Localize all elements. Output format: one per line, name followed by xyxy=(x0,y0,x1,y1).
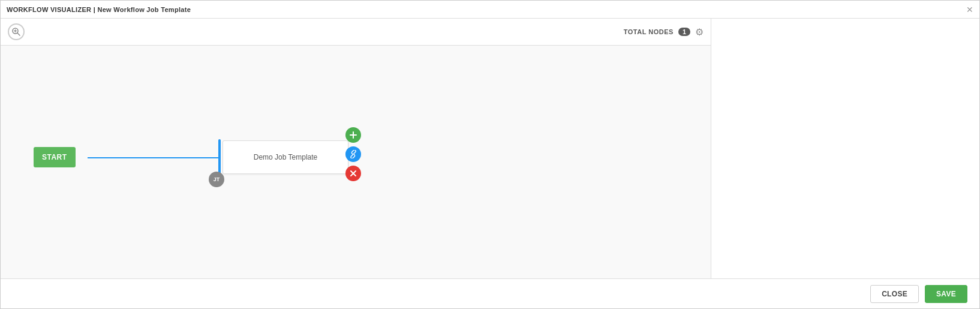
toolbar-right: TOTAL NODES 1 ⚙ xyxy=(624,26,704,38)
remove-node-button[interactable] xyxy=(345,166,361,181)
nodes-count-badge: 1 xyxy=(678,28,690,36)
svg-line-1 xyxy=(17,33,20,35)
job-node-label: Demo Job Template xyxy=(254,153,318,161)
save-button[interactable]: SAVE xyxy=(925,285,967,303)
start-button[interactable]: START xyxy=(34,147,76,167)
workflow-panel: TOTAL NODES 1 ⚙ START JT Demo Job Templa… xyxy=(1,19,711,278)
close-x-icon[interactable]: ✕ xyxy=(966,5,973,14)
close-button[interactable]: CLOSE xyxy=(870,285,919,303)
total-nodes-label: TOTAL NODES xyxy=(624,28,674,35)
workflow-toolbar: TOTAL NODES 1 ⚙ xyxy=(1,19,711,46)
connector-line xyxy=(88,157,220,158)
jt-badge: JT xyxy=(209,172,224,187)
right-panel xyxy=(711,19,979,278)
job-template-node[interactable]: Demo Job Template xyxy=(223,140,348,174)
connector-vertical xyxy=(218,139,221,175)
link-node-button[interactable] xyxy=(345,146,361,162)
modal-body: TOTAL NODES 1 ⚙ START JT Demo Job Templa… xyxy=(1,19,979,278)
workflow-canvas: START JT Demo Job Template xyxy=(1,46,711,278)
title-bar: WORKFLOW VISUALIZER | New Workflow Job T… xyxy=(1,1,979,19)
modal-footer: CLOSE SAVE xyxy=(1,278,979,308)
node-actions xyxy=(345,127,361,181)
zoom-icon[interactable] xyxy=(8,23,25,40)
modal-container: WORKFLOW VISUALIZER | New Workflow Job T… xyxy=(0,0,980,309)
gear-icon[interactable]: ⚙ xyxy=(695,26,704,38)
modal-title: WORKFLOW VISUALIZER | New Workflow Job T… xyxy=(7,6,191,13)
add-node-button[interactable] xyxy=(345,127,361,143)
